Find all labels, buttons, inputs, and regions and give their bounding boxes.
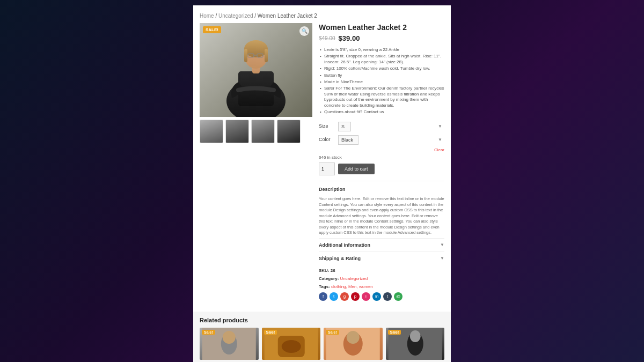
related-image-3: Sale! [324,328,383,360]
thumbnail-1[interactable] [200,120,223,143]
tags-row: Tags: clothing, Men, women [319,284,444,289]
social-icons: f t g p i in t @ [319,292,444,301]
breadcrumb-current: Women Leather Jacket 2 [258,13,317,19]
size-select-arrow: ▼ [438,124,442,129]
related-image-2: Sale! [262,328,321,360]
category-value[interactable]: Uncategorized [340,276,368,281]
shipping-title: Shipping & Rating [319,256,361,261]
shipping-chevron-icon: ▼ [440,256,444,261]
related-item-1[interactable]: Sale! [200,328,259,360]
zoom-icon[interactable]: 🔍 [299,26,309,36]
related-image-1: Sale! [200,328,259,360]
description-toggle[interactable]: Description [319,184,444,194]
product-title: Women Leather Jacket 2 [319,23,444,32]
svg-point-22 [409,330,420,342]
sku-value: 26 [331,268,335,273]
bullet-5: Made in NineTheme [319,79,444,85]
bullet-2: Straight fit. Cropped at the ankle. Sits… [319,53,444,65]
svg-point-19 [347,331,360,344]
product-bullets: Lexie is 5'8", size 0, wearing a 22 Ankl… [319,47,444,115]
additional-info-toggle[interactable]: Additional Information ▼ [319,240,444,250]
size-select[interactable]: S M L XL [338,122,351,131]
product-photo-svg [200,23,312,117]
qty-cart-row: Add to cart [319,162,444,175]
sku-label: SKU: [319,268,330,273]
size-select-wrapper: S M L XL ▼ [338,121,444,131]
clear-link[interactable]: Clear [319,147,444,152]
quantity-input[interactable] [319,162,335,175]
tumblr-icon[interactable]: t [383,292,392,301]
sku-row: SKU: 26 [319,268,444,273]
breadcrumb-uncategorized[interactable]: Uncategorized [218,13,253,19]
main-product-image: SALE! 🔍 [200,23,312,117]
thumbnail-2[interactable] [225,120,249,143]
google-plus-icon[interactable]: g [340,292,349,301]
sale-badge: SALE! [203,26,221,33]
svg-rect-7 [265,49,268,62]
bullet-4: Button fly [319,72,444,79]
add-to-cart-button[interactable]: Add to cart [338,164,375,174]
related-products-section: Related products Sale! Sale! [193,312,451,362]
size-label: Size [319,123,335,129]
related-title: Related products [200,317,444,323]
old-price: $49.00 [319,35,335,41]
description-section: Description Your content goes here. Edit… [319,181,444,238]
thumbnail-3[interactable] [251,120,275,143]
product-main: SALE! 🔍 Women Leather Jacket 2 $49.00 $3… [200,23,444,301]
related-item-4[interactable]: Sale! [386,328,445,360]
category-label: Category: [319,276,339,281]
color-select-wrapper: Black Brown Red ▼ [338,134,444,145]
stock-status: 646 in stock [319,155,444,160]
facebook-icon[interactable]: f [319,292,327,301]
description-text: Your content goes here. Edit or remove t… [319,194,444,238]
shipping-section: Shipping & Rating ▼ [319,252,444,265]
instagram-icon[interactable]: i [362,292,370,301]
page-wrapper: Home / Uncategorized / Women Leather Jac… [193,5,451,362]
email-icon[interactable]: @ [394,292,402,301]
color-label: Color [319,137,335,142]
inner-page: Home / Uncategorized / Women Leather Jac… [193,5,451,312]
related-item-2[interactable]: Sale! [262,328,321,360]
new-price: $39.00 [339,34,360,42]
additional-info-section: Additional Information ▼ [319,238,444,252]
related-image-4: Sale! [386,328,445,360]
shipping-toggle[interactable]: Shipping & Rating ▼ [319,254,444,263]
linkedin-icon[interactable]: in [372,292,381,301]
bullet-1: Lexie is 5'8", size 0, wearing a 22 Ankl… [319,47,444,53]
tags-value[interactable]: clothing, Men, women [331,284,373,289]
size-row: Size S M L XL ▼ [319,121,444,131]
thumbnail-4[interactable] [277,120,301,143]
related-sale-4: Sale! [388,330,401,335]
thumbnails [200,120,312,143]
description-title: Description [319,187,346,192]
svg-rect-6 [244,49,247,62]
related-grid: Sale! Sale! [200,328,444,360]
related-sale-3: Sale! [326,330,339,335]
main-image-figure [200,23,312,117]
twitter-icon[interactable]: t [330,292,338,301]
bullet-6: Safer For The Environment: Our denim fac… [319,85,444,109]
product-images: SALE! 🔍 [200,23,312,301]
color-select[interactable]: Black Brown Red [338,135,358,145]
price-row: $49.00 $39.00 [319,34,444,42]
breadcrumb: Home / Uncategorized / Women Leather Jac… [200,11,444,19]
chevron-down-icon: ▼ [440,242,444,247]
additional-info-title: Additional Information [319,242,370,248]
bullet-7: Questions about fit? Contact us [319,109,444,115]
category-row: Category: Uncategorized [319,276,444,281]
pinterest-icon[interactable]: p [351,292,360,301]
breadcrumb-home[interactable]: Home [200,13,214,19]
related-sale-1: Sale! [202,330,215,335]
color-row: Color Black Brown Red ▼ [319,134,444,145]
product-info: Women Leather Jacket 2 $49.00 $39.00 Lex… [319,23,444,301]
related-item-3[interactable]: Sale! [324,328,383,360]
bullet-3: Rigid: 100% cotton/Machine wash cold. Tu… [319,65,444,72]
tags-label: Tags: [319,284,330,289]
related-sale-2: Sale! [264,330,277,335]
svg-point-16 [281,340,301,353]
color-select-arrow: ▼ [438,137,442,142]
svg-point-13 [223,331,236,344]
